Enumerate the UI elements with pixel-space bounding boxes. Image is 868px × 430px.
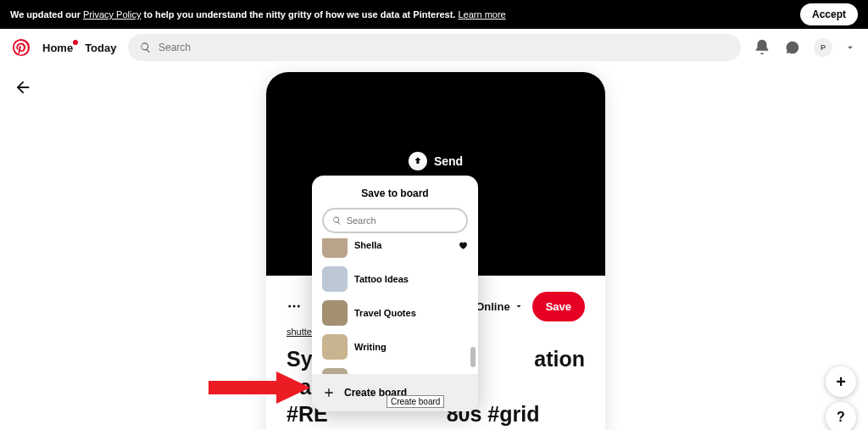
learn-more-link[interactable]: Learn more <box>458 9 505 20</box>
send-icon <box>409 152 427 170</box>
svg-point-4 <box>298 305 300 308</box>
board-item-tattoo[interactable]: Tattoo Ideas <box>312 262 478 296</box>
user-avatar[interactable]: P <box>814 38 832 57</box>
privacy-banner: We updated our Privacy Policy to help yo… <box>0 0 868 29</box>
privacy-banner-text: We updated our Privacy Policy to help yo… <box>10 9 506 20</box>
save-popup-title: Save to board <box>312 176 478 208</box>
search-icon <box>140 42 152 53</box>
board-search-input[interactable] <box>347 215 458 226</box>
scrollbar-track <box>470 238 476 374</box>
pinterest-logo-icon[interactable] <box>12 38 31 57</box>
board-thumb <box>322 300 348 326</box>
chevron-down-icon[interactable] <box>844 42 856 53</box>
fab-help-button[interactable]: ? <box>826 402 856 430</box>
more-icon[interactable] <box>287 299 302 314</box>
nav-home[interactable]: Home <box>42 42 73 54</box>
svg-point-3 <box>293 305 296 308</box>
create-board-tooltip: Create board <box>387 395 444 408</box>
board-label: Shella <box>354 240 381 250</box>
nav-today[interactable]: Today <box>85 42 116 54</box>
title-part-1b: ation <box>534 345 585 373</box>
scrollbar-thumb[interactable] <box>470 347 476 367</box>
search-bar[interactable] <box>128 34 741 61</box>
send-label: Send <box>434 154 463 168</box>
board-item-travel[interactable]: Travel Quotes <box>312 296 478 330</box>
save-button[interactable]: Save <box>532 292 585 321</box>
board-item-writing[interactable]: Writing <box>312 330 478 364</box>
notification-dot-icon <box>73 40 78 45</box>
board-thumb <box>322 266 348 292</box>
board-item-likes[interactable]: Your Pinterest Likes <box>312 364 478 374</box>
svg-point-2 <box>288 305 291 308</box>
board-item-shella[interactable]: Shella <box>312 238 478 262</box>
app-header: Home Today P <box>0 29 868 66</box>
board-label: Travel Quotes <box>354 308 416 318</box>
chevron-down-icon <box>514 301 524 311</box>
fab-add-button[interactable]: + <box>826 366 856 397</box>
bell-icon[interactable] <box>753 38 771 57</box>
board-thumb <box>322 238 348 258</box>
send-action[interactable]: Send <box>409 152 463 170</box>
banner-prefix: We updated our <box>10 9 83 20</box>
board-list: Shella Tattoo Ideas Travel Quotes Writin… <box>312 238 478 374</box>
search-input[interactable] <box>159 42 729 53</box>
banner-middle: to help you understand the nitty gritty … <box>141 9 458 20</box>
accept-button[interactable]: Accept <box>800 3 858 25</box>
back-arrow-icon[interactable] <box>14 78 32 97</box>
board-thumb <box>322 368 348 374</box>
board-label: Writing <box>354 342 387 352</box>
nav-home-label: Home <box>42 42 73 54</box>
heart-icon <box>458 240 468 250</box>
board-thumb <box>322 334 348 360</box>
privacy-policy-link[interactable]: Privacy Policy <box>83 9 141 20</box>
chat-icon[interactable] <box>783 38 802 57</box>
plus-icon <box>322 386 336 399</box>
board-search[interactable] <box>322 208 468 233</box>
board-label: Tattoo Ideas <box>354 274 409 284</box>
search-icon <box>332 215 342 226</box>
save-to-board-popup: Save to board Shella Tattoo Ideas Travel… <box>312 176 478 411</box>
